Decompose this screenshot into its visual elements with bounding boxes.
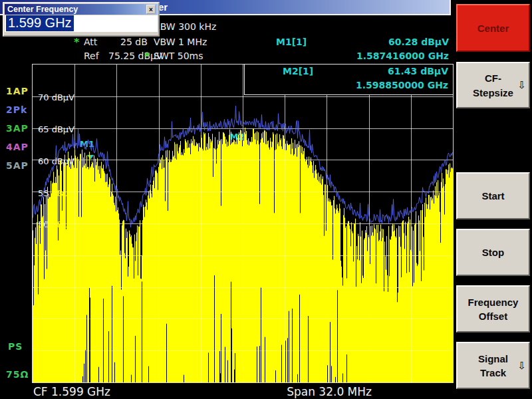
span-readout: Span 32.0 MHz	[287, 385, 372, 398]
softkey-signal-track-line1: Signal	[478, 353, 508, 364]
marker2-frequency: 1.598850000 GHz	[356, 80, 448, 90]
softkey-center[interactable]: Center	[456, 4, 530, 52]
center-frequency-readout: CF 1.599 GHz	[33, 385, 110, 398]
spectrum-analyzer-screen: er RBW 300 kHz * Att 25 dB VBW 1 MHz Ref…	[0, 0, 532, 399]
marker1-level: 60.28 dBµV	[388, 37, 449, 47]
swt-readout: SWT 50ms	[154, 51, 203, 61]
softkey-stop-label: Stop	[482, 247, 504, 258]
rbw-readout: RBW 300 kHz	[154, 21, 216, 32]
close-icon[interactable]: ×	[146, 5, 156, 14]
softkey-frequency-offset[interactable]: Frequency Offset	[456, 285, 530, 332]
ps-indicator: PS	[8, 341, 23, 352]
att-label: Att	[84, 37, 97, 47]
trace-label-1ap: 1AP	[6, 86, 29, 96]
window-title-fragment: er	[158, 1, 168, 13]
att-changed-asterisk: *	[74, 36, 79, 49]
swt-changed-asterisk: *	[144, 50, 150, 63]
trace-label-5ap: 5AP	[6, 160, 29, 171]
spectrum-display: 70 dBµV65 dBµV60 dBµV55 dBµV50 dBµV M1M2…	[32, 64, 454, 383]
softkey-cf-stepsize[interactable]: CF- Stepsize ⇩	[456, 62, 530, 108]
trace-label-4ap: 4AP	[6, 142, 29, 152]
softkey-frequency-offset-line1: Frequency	[468, 297, 519, 308]
trace-label-3ap: 3AP	[6, 123, 29, 134]
softkey-cf-stepsize-line2: Stepsize	[473, 87, 513, 98]
vbw-readout: VBW 1 MHz	[154, 37, 207, 47]
marker2-id: M2[1]	[283, 66, 313, 76]
att-value: 25 dB	[120, 37, 148, 47]
softkey-center-label: Center	[477, 23, 509, 34]
center-frequency-dialog: Center Frequency × 1.599 GHz	[3, 2, 160, 37]
softkey-signal-track[interactable]: Signal Track ⇩	[456, 342, 530, 389]
softkey-frequency-offset-line2: Offset	[479, 311, 507, 322]
marker2-info-box: M2[1] 61.43 dBµV 1.598850000 GHz	[244, 64, 454, 95]
dialog-title: Center Frequency	[7, 5, 78, 14]
center-frequency-input[interactable]: 1.599 GHz	[5, 15, 158, 32]
submenu-down-arrow-icon: ⇩	[517, 360, 526, 372]
bottom-status-bar: CF 1.599 GHz Span 32.0 MHz	[0, 384, 454, 399]
trace-canvas	[33, 65, 453, 382]
softkey-start[interactable]: Start	[456, 172, 530, 219]
softkey-start-label: Start	[481, 190, 504, 201]
ref-label: Ref	[84, 51, 99, 61]
softkey-cf-stepsize-line1: CF-	[485, 72, 501, 84]
dialog-titlebar: Center Frequency ×	[5, 4, 158, 15]
center-frequency-value: 1.599 GHz	[6, 15, 74, 31]
trace-label-2pk: 2Pk	[6, 104, 27, 115]
softkey-signal-track-line2: Track	[480, 367, 506, 378]
softkey-stop[interactable]: Stop	[456, 229, 530, 276]
marker1-id: M1[1]	[276, 37, 307, 47]
marker2-level: 61.43 dBµV	[388, 66, 448, 76]
marker1-frequency: 1.587416000 GHz	[356, 51, 449, 61]
impedance-indicator: 75Ω	[6, 369, 29, 380]
submenu-down-arrow-icon: ⇩	[517, 79, 526, 91]
